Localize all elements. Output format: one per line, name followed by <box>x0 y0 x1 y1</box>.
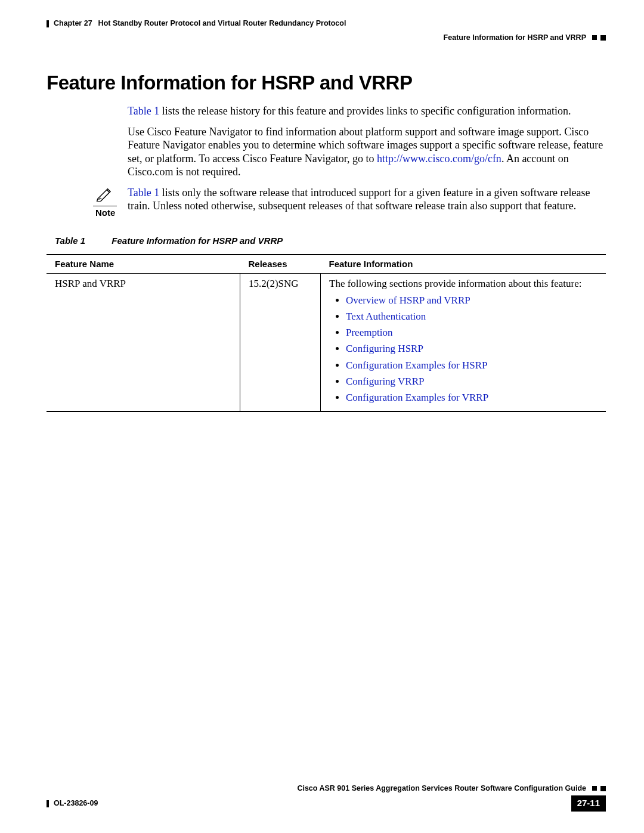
list-item: Text Authentication <box>346 310 600 323</box>
footer-end-markers-icon <box>592 786 606 791</box>
header-line-2: Feature Information for HSRP and VRRP <box>47 33 606 43</box>
configuring-vrrp-link[interactable]: Configuring VRRP <box>346 376 424 387</box>
running-header: Chapter 27 Hot Standby Router Protocol a… <box>47 19 606 42</box>
feature-info-lead: The following sections provide informati… <box>329 278 581 289</box>
cell-release: 15.2(2)SNG <box>240 274 321 412</box>
page-title: Feature Information for HSRP and VRRP <box>47 70 606 95</box>
preemption-link[interactable]: Preemption <box>346 327 392 338</box>
header-line-1: Chapter 27 Hot Standby Router Protocol a… <box>47 19 606 29</box>
note-gutter: Note <box>47 186 128 220</box>
list-item: Preemption <box>346 326 600 339</box>
note-paragraph: Table 1 lists only the software release … <box>128 186 606 213</box>
square-icon <box>600 786 606 791</box>
overview-hsrp-vrrp-link[interactable]: Overview of HSRP and VRRP <box>346 295 470 306</box>
content: Feature Information for HSRP and VRRP Ta… <box>47 60 606 412</box>
text-authentication-link[interactable]: Text Authentication <box>346 311 426 322</box>
config-examples-vrrp-link[interactable]: Configuration Examples for VRRP <box>346 392 488 403</box>
running-footer: Cisco ASR 901 Series Aggregation Service… <box>47 784 606 812</box>
doc-id: OL-23826-09 <box>54 799 98 809</box>
table-caption-title: Feature Information for HSRP and VRRP <box>112 236 283 246</box>
footer-line-1: Cisco ASR 901 Series Aggregation Service… <box>47 784 606 794</box>
note-text: lists only the software release that int… <box>128 187 590 212</box>
chapter-number: Chapter 27 <box>54 19 92 29</box>
feature-links-list: Overview of HSRP and VRRP Text Authentic… <box>329 294 600 404</box>
list-item: Configuring HSRP <box>346 342 600 355</box>
table-header-row: Feature Name Releases Feature Informatio… <box>47 255 606 274</box>
table-1-xref-link[interactable]: Table 1 <box>128 105 159 117</box>
note-label: Note <box>93 208 117 219</box>
doc-id-block: OL-23826-09 <box>47 799 98 809</box>
table-row: HSRP and VRRP 15.2(2)SNG The following s… <box>47 274 606 412</box>
footer-bar-icon <box>47 800 49 807</box>
list-item: Configuration Examples for HSRP <box>346 359 600 371</box>
header-end-markers-icon <box>592 35 606 41</box>
square-icon <box>600 35 606 41</box>
intro-para-1: Table 1 lists the release history for th… <box>128 104 606 118</box>
page: Chapter 27 Hot Standby Router Protocol a… <box>0 0 644 833</box>
list-item: Configuration Examples for VRRP <box>346 391 600 404</box>
cfn-url-link[interactable]: http://www.cisco.com/go/cfn <box>377 153 501 165</box>
note-block: Note Table 1 lists only the software rel… <box>47 186 606 220</box>
section-title-header: Feature Information for HSRP and VRRP <box>444 33 586 43</box>
list-item: Overview of HSRP and VRRP <box>346 294 600 306</box>
page-number-badge: 27-11 <box>571 795 606 812</box>
configuring-hsrp-link[interactable]: Configuring HSRP <box>346 343 423 354</box>
note-rule-icon <box>93 206 117 206</box>
guide-title: Cisco ASR 901 Series Aggregation Service… <box>297 784 586 794</box>
feature-table: Feature Name Releases Feature Informatio… <box>47 254 606 413</box>
col-header-feature-info: Feature Information <box>321 255 606 274</box>
table-1-xref-link[interactable]: Table 1 <box>128 187 159 199</box>
col-header-feature-name: Feature Name <box>47 255 240 274</box>
intro-text: lists the release history for this featu… <box>159 105 571 117</box>
table-caption: Table 1 Feature Information for HSRP and… <box>55 236 606 247</box>
intro-paragraphs: Table 1 lists the release history for th… <box>128 104 606 179</box>
cell-feature-info: The following sections provide informati… <box>321 274 606 412</box>
square-icon <box>592 35 597 40</box>
list-item: Configuring VRRP <box>346 375 600 388</box>
intro-para-2: Use Cisco Feature Navigator to find info… <box>128 125 606 179</box>
header-bar-icon <box>47 20 49 27</box>
table-ref: Table 1 <box>55 236 85 246</box>
pencil-note-icon <box>96 186 114 202</box>
note-body: Table 1 lists only the software release … <box>128 186 606 220</box>
chapter-title: Hot Standby Router Protocol and Virtual … <box>98 19 346 29</box>
cell-feature-name: HSRP and VRRP <box>47 274 240 412</box>
square-icon <box>592 786 597 791</box>
col-header-releases: Releases <box>240 255 321 274</box>
config-examples-hsrp-link[interactable]: Configuration Examples for HSRP <box>346 360 488 371</box>
note-icon-wrap: Note <box>93 186 117 219</box>
footer-line-2: OL-23826-09 27-11 <box>47 795 606 812</box>
